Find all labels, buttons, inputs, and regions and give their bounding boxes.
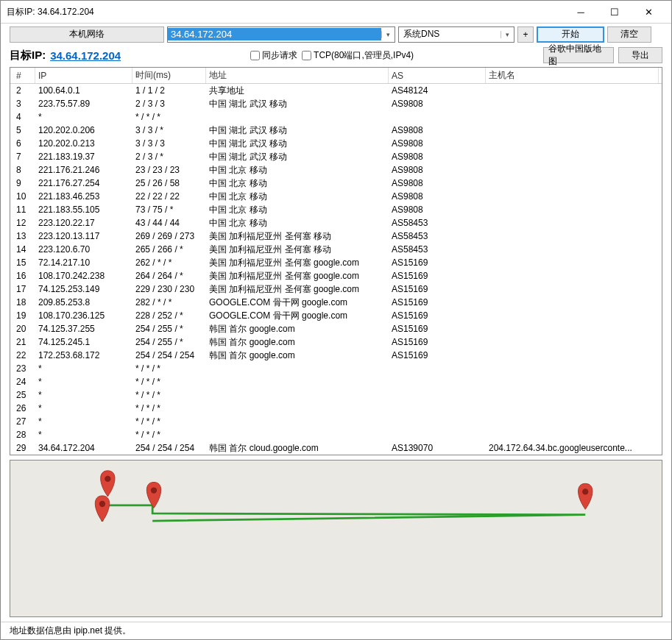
clear-button[interactable]: 清空 [607,26,651,43]
cell-time: 228 / 252 / * [132,310,206,321]
cell-idx: 13 [13,231,35,241]
cell-idx: 7 [13,152,35,162]
map-pin-icon[interactable] [95,496,109,522]
map-pin-icon[interactable] [101,471,115,497]
table-row[interactable]: 25** / * / * [10,388,662,402]
ip-input-combo[interactable]: 34.64.172.204 ▾ [167,26,395,43]
cell-ip: * [35,112,132,122]
cell-idx: 28 [13,430,35,440]
start-button[interactable]: 开始 [537,26,604,43]
cell-ip: 74.125.253.149 [35,284,132,294]
col-index[interactable]: # [13,68,35,83]
table-row[interactable]: 11221.183.55.10573 / 75 / *中国 北京 移动AS980… [10,203,662,216]
table-row[interactable]: 2074.125.37.255254 / 255 / *韩国 首尔 google… [10,322,662,335]
table-row[interactable]: 5120.202.0.2063 / 3 / *中国 湖北 武汉 移动AS9808 [10,124,662,137]
cell-time: 25 / 26 / 58 [132,178,206,188]
map-pin-icon[interactable] [146,482,160,508]
add-button[interactable]: + [517,26,534,43]
map-area[interactable] [10,460,662,617]
table-row[interactable]: 26** / * / * [10,402,662,415]
table-row[interactable]: 1572.14.217.10262 / * / *美国 加利福尼亚州 圣何塞 g… [10,256,662,269]
cell-addr: 美国 加利福尼亚州 圣何塞 移动 [206,230,389,243]
col-as[interactable]: AS [389,68,486,83]
tcp-option-checkbox[interactable]: TCP(80端口,管理员,IPv4) [302,49,414,62]
cell-ip: 209.85.253.8 [35,297,132,307]
table-row[interactable]: 24** / * / * [10,375,662,388]
cell-as: AS9808 [389,138,486,149]
app-window: 目标IP: 34.64.172.204 ─ ☐ ✕ 本机网络 34.64.172… [0,0,672,640]
cell-idx: 29 [13,443,35,453]
table-row[interactable]: 12223.120.22.1743 / 44 / 44中国 北京 移动AS584… [10,216,662,230]
chevron-down-icon[interactable]: ▾ [501,31,514,38]
cell-as: AS9808 [389,165,486,175]
table-row[interactable]: 2934.64.172.204254 / 254 / 254韩国 首尔 clou… [10,441,662,455]
table-row[interactable]: 2100.64.0.11 / 1 / 2共享地址AS48124 [10,84,662,97]
table-row[interactable]: 10221.183.46.25322 / 22 / 22中国 北京 移动AS98… [10,190,662,203]
table-row[interactable]: 3223.75.57.892 / 3 / 3中国 湖北 武汉 移动AS9808 [10,97,662,110]
ip-input-value[interactable]: 34.64.172.204 [168,28,381,40]
table-row[interactable]: 2174.125.245.1254 / 255 / *韩国 首尔 google.… [10,335,662,349]
sync-request-checkbox[interactable]: 同步请求 [250,49,297,62]
toolbar-row-2: 目标IP: 34.64.172.204 同步请求 TCP(80端口,管理员,IP… [1,45,671,65]
map-pin-icon[interactable] [579,483,593,509]
cell-ip: 120.202.0.206 [35,125,132,135]
col-time[interactable]: 时间(ms) [132,68,206,83]
table-row[interactable]: 6120.202.0.2133 / 3 / 3中国 湖北 武汉 移动AS9808 [10,137,662,150]
table-row[interactable]: 23** / * / * [10,362,662,375]
cell-as: AS15169 [389,271,486,281]
export-button[interactable]: 导出 [618,47,662,63]
table-row[interactable]: 13223.120.13.117269 / 269 / 273美国 加利福尼亚州… [10,230,662,243]
toolbar-row-1: 本机网络 34.64.172.204 ▾ 系统DNS ▾ + 开始 清空 [1,23,671,45]
table-row[interactable]: 22172.253.68.172254 / 254 / 254韩国 首尔 goo… [10,349,662,362]
table-row[interactable]: 4** / * / * [10,110,662,124]
svg-point-3 [582,488,588,494]
cell-as: AS15169 [389,337,486,347]
cell-idx: 14 [13,244,35,255]
close-button[interactable]: ✕ [632,1,665,23]
table-row[interactable]: 8221.176.21.24623 / 23 / 23中国 北京 移动AS980… [10,163,662,177]
cell-addr: 中国 湖北 武汉 移动 [206,124,389,137]
cell-idx: 10 [13,191,35,202]
chevron-down-icon[interactable]: ▾ [381,31,395,38]
cell-as: AS9808 [389,191,486,202]
table-row[interactable]: 1774.125.253.149229 / 230 / 230美国 加利福尼亚州… [10,282,662,296]
tcp-option-input[interactable] [302,51,311,60]
dns-select[interactable]: 系统DNS ▾ [398,26,514,43]
maximize-button[interactable]: ☐ [598,1,632,23]
minimize-button[interactable]: ─ [564,1,598,23]
cell-idx: 21 [13,337,35,347]
table-row[interactable]: 19108.170.236.125228 / 252 / *GOOGLE.COM… [10,309,662,322]
cell-addr: 中国 湖北 武汉 移动 [206,98,389,110]
cell-ip: * [35,403,132,413]
cell-addr: 韩国 首尔 google.com [206,349,389,362]
cell-idx: 23 [13,363,35,374]
sync-request-input[interactable] [250,51,260,60]
target-ip-link[interactable]: 34.64.172.204 [50,49,121,62]
cell-time: * / * / * [132,403,206,413]
table-row[interactable]: 28** / * / * [10,428,662,441]
table-row[interactable]: 16108.170.242.238264 / 264 / *美国 加利福尼亚州 … [10,269,662,282]
table-row[interactable]: 14223.120.6.70265 / 266 / *美国 加利福尼亚州 圣何塞… [10,243,662,256]
table-row[interactable]: 27** / * / * [10,415,662,428]
cell-ip: 74.125.37.255 [35,324,132,334]
col-addr[interactable]: 地址 [206,68,389,83]
cell-ip: 221.176.27.254 [35,178,132,188]
cell-addr: GOOGLE.COM 骨干网 google.com [206,296,389,309]
cell-time: 262 / * / * [132,257,206,268]
table-row[interactable]: 7221.183.19.372 / 3 / *中国 湖北 武汉 移动AS9808 [10,150,662,163]
cell-idx: 18 [13,297,35,307]
cell-ip: 74.125.245.1 [35,337,132,347]
table-row[interactable]: 18209.85.253.8282 / * / *GOOGLE.COM 骨干网 … [10,296,662,309]
col-host[interactable]: 主机名 [486,68,659,83]
table-row[interactable]: 9221.176.27.25425 / 26 / 58中国 北京 移动AS980… [10,177,662,190]
col-ip[interactable]: IP [35,68,132,83]
cell-addr: 韩国 首尔 google.com [206,323,389,335]
cell-ip: * [35,377,132,387]
cell-time: 73 / 75 / * [132,205,206,215]
local-network-button[interactable]: 本机网络 [10,26,164,43]
cell-addr: 美国 加利福尼亚州 圣何塞 google.com [206,257,389,269]
cell-ip: 221.183.19.37 [35,152,132,162]
map-button[interactable]: 谷歌中国版地图 [543,47,614,63]
cell-addr: 中国 北京 移动 [206,191,389,203]
cell-time: 43 / 44 / 44 [132,218,206,228]
